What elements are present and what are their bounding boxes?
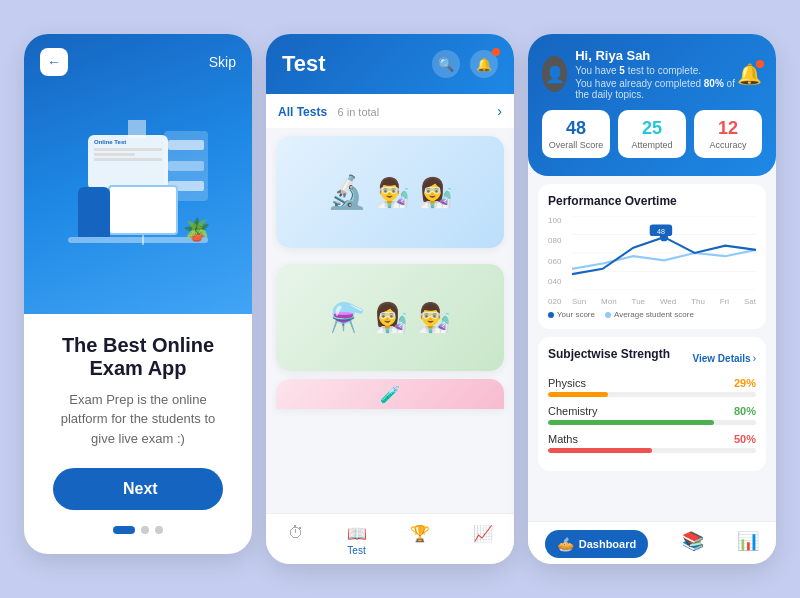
- s3-notification-wrap: 🔔: [737, 62, 762, 86]
- view-details-arrow: ›: [753, 353, 756, 364]
- physics-progress-bar: [548, 392, 756, 397]
- timer-nav-icon: ⏱: [288, 524, 304, 542]
- attempted-chip: 25 Attempted: [618, 110, 686, 158]
- back-button[interactable]: ←: [40, 48, 68, 76]
- chemistry-card-image: ⚗️ 👩‍🔬 👨‍🔬: [276, 264, 504, 371]
- graph-nav-item[interactable]: 📊: [737, 530, 759, 558]
- skip-button[interactable]: Skip: [209, 54, 236, 70]
- s1-hero-section: ← Skip Online Test: [24, 34, 252, 314]
- books-icon: 📚: [682, 530, 704, 552]
- attempted-label: Attempted: [624, 140, 680, 150]
- otc-line2: [94, 153, 135, 156]
- nav-trophy[interactable]: 🏆: [410, 524, 430, 556]
- maths-progress-fill: [548, 448, 652, 453]
- s2-title: Test: [282, 51, 326, 77]
- nav-chart[interactable]: 📈: [473, 524, 493, 556]
- onboarding-title: The Best Online Exam App: [48, 334, 228, 380]
- performance-section: Performance Overtime 100 080 060 040 020: [538, 184, 766, 329]
- view-details-link[interactable]: View Details: [692, 353, 750, 364]
- filter-arrow-icon: ›: [497, 103, 502, 119]
- greeting-text: Hi, Riya Sah: [575, 48, 737, 63]
- chart-inner: 48: [572, 216, 756, 290]
- y-label-040: 040: [548, 277, 561, 286]
- score-chips: 48 Overall Score 25 Attempted 12 Accurac…: [542, 110, 762, 158]
- s3-header: 👤 Hi, Riya Sah You have 5 test to comple…: [528, 34, 776, 176]
- s1-content: The Best Online Exam App Exam Prep is th…: [24, 314, 252, 555]
- s3-bottom-nav: 🥧 Dashboard 📚 📊: [528, 521, 776, 564]
- subjects-header: Subjectwise Strength View Details ›: [548, 347, 756, 369]
- legend-dot-light: [605, 312, 611, 318]
- user-avatar: 👤: [542, 56, 567, 92]
- filter-bar[interactable]: All Tests 6 in total ›: [266, 94, 514, 128]
- x-sat: Sat: [744, 297, 756, 306]
- notification-wrapper: 🔔: [470, 50, 498, 78]
- view-details-group[interactable]: View Details ›: [692, 353, 756, 364]
- trophy-nav-icon: 🏆: [410, 524, 430, 543]
- scientist-icon: 👨‍🔬: [375, 176, 410, 209]
- otc-line3: [94, 158, 162, 161]
- avg-line: [572, 250, 756, 269]
- filter-count: 6 in total: [338, 106, 380, 118]
- legend-avg-score: Average student score: [605, 310, 694, 319]
- s2-header: Test 🔍 🔔: [266, 34, 514, 94]
- nav-timer[interactable]: ⏱: [288, 524, 304, 556]
- overall-score-value: 48: [548, 118, 604, 139]
- performance-chart: 100 080 060 040 020: [548, 216, 756, 306]
- dashboard-label: Dashboard: [579, 538, 636, 550]
- legend-your-label: Your score: [557, 310, 595, 319]
- search-icon: 🔍: [438, 57, 454, 72]
- x-fri: Fri: [720, 297, 729, 306]
- screen1-onboarding: ← Skip Online Test: [24, 34, 252, 554]
- notification-badge: [492, 48, 500, 56]
- overall-score-label: Overall Score: [548, 140, 604, 150]
- dashboard-nav-item[interactable]: 🥧 Dashboard: [545, 530, 648, 558]
- chemistry-pct: 80%: [734, 405, 756, 417]
- back-icon: ←: [47, 54, 61, 70]
- attempted-value: 25: [624, 118, 680, 139]
- otc-line1: [94, 148, 162, 151]
- x-sun: Sun: [572, 297, 586, 306]
- bio-illustration: 🔬 👨‍🔬 👩‍🔬: [327, 173, 453, 211]
- partial-card-bg: 🧪: [276, 379, 504, 409]
- s3-header-top: 👤 Hi, Riya Sah You have 5 test to comple…: [542, 48, 762, 100]
- search-button[interactable]: 🔍: [432, 50, 460, 78]
- chemistry-progress-fill: [548, 420, 714, 425]
- test-card-chemistry[interactable]: ⚗️ 👩‍🔬 👨‍🔬 Chemistry Test Pro 📅 21 Oct, …: [276, 264, 504, 371]
- chart-x-labels: Sun Mon Tue Wed Thu Fri Sat: [572, 297, 756, 306]
- legend-your-score: Your score: [548, 310, 595, 319]
- person: [78, 187, 110, 237]
- s2-bottom-nav: ⏱ 📖 Test 🏆 📈: [266, 513, 514, 564]
- books-nav-item[interactable]: 📚: [682, 530, 704, 558]
- dot-3: [155, 526, 163, 534]
- y-label-080: 080: [548, 236, 561, 245]
- graph-icon: 📊: [737, 530, 759, 552]
- subtitle-text: You have 5 test to complete.: [575, 65, 737, 76]
- partial-icon: 🧪: [380, 385, 400, 404]
- avatar-icon: 👤: [545, 65, 565, 84]
- legend-dot-blue: [548, 312, 554, 318]
- next-button[interactable]: Next: [53, 468, 223, 510]
- overall-score-chip: 48 Overall Score: [542, 110, 610, 158]
- subjects-section: Subjectwise Strength View Details › Phys…: [538, 337, 766, 471]
- chemistry-progress-bar: [548, 420, 756, 425]
- y-label-020: 020: [548, 297, 561, 306]
- nav-test[interactable]: 📖 Test: [347, 524, 367, 556]
- maths-progress-bar: [548, 448, 756, 453]
- test-card-biology[interactable]: 🔬 👨‍🔬 👩‍🔬 Biology Test Free 📅 21 Oct, 1:…: [276, 136, 504, 248]
- plant-icon: 🪴: [183, 217, 210, 243]
- dashboard-button[interactable]: 🥧 Dashboard: [545, 530, 648, 558]
- maths-pct: 50%: [734, 433, 756, 445]
- maths-row: Maths 50%: [548, 433, 756, 453]
- book2: [168, 161, 204, 171]
- screens-container: ← Skip Online Test: [0, 14, 800, 584]
- book-nav-icon: 📖: [347, 524, 367, 543]
- legend-avg-label: Average student score: [614, 310, 694, 319]
- chemistry-name: Chemistry: [548, 405, 598, 417]
- microscope-icon: 🔬: [327, 173, 367, 211]
- filter-label: All Tests: [278, 105, 327, 119]
- biology-card-image: 🔬 👨‍🔬 👩‍🔬: [276, 136, 504, 248]
- physics-name: Physics: [548, 377, 586, 389]
- x-tue: Tue: [632, 297, 646, 306]
- chart-nav-icon: 📈: [473, 524, 493, 543]
- book1: [168, 140, 204, 150]
